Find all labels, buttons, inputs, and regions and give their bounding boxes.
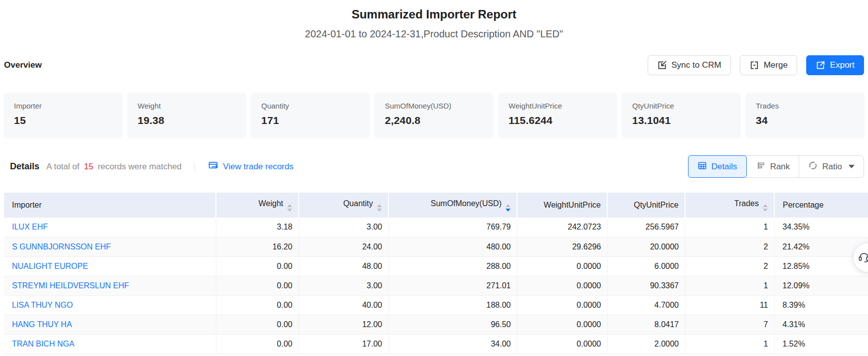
stat-card-weight: Weight 19.38 [127,93,246,138]
stat-value: 19.38 [138,115,236,126]
sync-to-crm-label: Sync to CRM [672,60,721,70]
cell-qtyunitprice: 8.0417 [607,315,685,334]
stat-value: 115.6244 [509,115,607,126]
table-row: ILUX EHF 3.18 3.00 769.79 242.0723 256.5… [4,218,868,237]
cell-trades: 1 [685,276,774,295]
cell-qtyunitprice: 6.0000 [607,256,685,276]
cell-sumofmoney: 480.00 [388,237,517,256]
col-header-sumofmoney[interactable]: SumOfMoney(USD) [388,193,517,218]
cell-weightunitprice: 0.0000 [517,334,607,354]
stat-label: Trades [756,102,854,110]
cell-sumofmoney: 96.50 [388,315,517,334]
stat-label: Weight [138,102,236,110]
stat-card-weightunitprice: WeightUnitPrice 115.6244 [498,93,617,138]
details-row: Details A total of 15 records were match… [4,155,864,178]
sort-icon-active-desc[interactable] [506,204,511,212]
table-row: S GUNNBJORNSSON EHF 16.20 24.00 480.00 2… [4,237,868,256]
importer-link[interactable]: ILUX EHF [12,223,48,231]
cell-quantity: 3.00 [299,276,388,295]
cell-weight: 3.18 [216,218,299,237]
cell-percentage: 34.35% [774,218,868,237]
rank-icon [756,161,766,173]
details-summary: Details A total of 15 records were match… [4,160,294,173]
cell-quantity: 24.00 [299,237,388,256]
table-row: LISA THUY NGO 0.00 40.00 188.00 0.0000 4… [4,295,868,315]
cell-qtyunitprice: 20.0000 [607,237,685,256]
action-buttons: Sync to CRM Merge Export [648,55,864,75]
cell-weightunitprice: 0.0000 [517,315,607,334]
stat-card-quantity: Quantity 171 [251,93,370,138]
cell-weight: 16.20 [216,237,299,256]
cell-qtyunitprice: 2.0000 [607,334,685,354]
sort-icon[interactable] [763,204,768,212]
merge-button[interactable]: Merge [740,55,797,75]
col-header-qtyunitprice: QtyUnitPrice [607,193,685,218]
cell-percentage: 1.52% [774,334,868,354]
importer-link[interactable]: S GUNNBJORNSSON EHF [12,242,111,251]
stat-card-sumofmoney: SumOfMoney(USD) 2,240.8 [374,93,494,138]
cell-quantity: 3.00 [299,218,388,237]
tab-ratio[interactable]: Ratio [799,156,864,177]
importer-table: Importer Weight Quantity SumOfMoney(USD)… [4,193,868,354]
importer-link[interactable]: HANG THUY HA [12,320,72,329]
export-icon [816,60,826,70]
stat-label: WeightUnitPrice [509,102,607,110]
cell-weight: 0.00 [216,334,299,354]
vertical-divider [194,162,195,172]
view-trade-records-link[interactable]: View trade records [208,160,293,173]
merge-icon [749,60,759,70]
cell-weightunitprice: 0.0000 [517,276,607,295]
match-prefix: A total of [46,162,79,172]
importer-link[interactable]: NUALIGHT EUROPE [12,262,88,270]
cell-quantity: 17.00 [299,334,388,354]
cell-weight: 0.00 [216,256,299,276]
cell-quantity: 12.00 [299,315,388,334]
importer-link[interactable]: LISA THUY NGO [12,301,73,309]
sort-icon[interactable] [287,204,292,212]
table-grid-icon [697,161,707,173]
tab-details-label: Details [711,162,737,172]
sync-to-crm-button[interactable]: Sync to CRM [648,55,731,75]
stat-cards: Importer 15 Weight 19.38 Quantity 171 Su… [3,93,865,138]
cell-weightunitprice: 0.0000 [517,295,607,315]
importer-link[interactable]: TRAN BICH NGA [12,340,74,348]
cell-weight: 0.00 [216,295,299,315]
cell-sumofmoney: 271.01 [388,276,517,295]
cell-qtyunitprice: 90.3367 [607,276,685,295]
ratio-icon [808,161,818,173]
page-title: Summarized Importer Report [0,0,868,21]
cell-quantity: 48.00 [299,256,388,276]
col-header-trades[interactable]: Trades [685,193,774,218]
stat-value: 2,240.8 [385,115,483,126]
cell-weightunitprice: 0.0000 [517,256,607,276]
cell-quantity: 40.00 [299,295,388,315]
stat-value: 171 [261,115,359,126]
cell-qtyunitprice: 4.7000 [607,295,685,315]
tab-rank[interactable]: Rank [747,156,799,177]
tab-rank-label: Rank [770,162,790,172]
cell-trades: 1 [685,218,774,237]
details-heading: Details [10,161,39,172]
match-suffix: records were matched [98,162,181,172]
export-button[interactable]: Export [806,55,864,75]
col-header-weightunitprice: WeightUnitPrice [517,193,607,218]
cell-qtyunitprice: 256.5967 [607,218,685,237]
cell-weightunitprice: 29.6296 [517,237,607,256]
col-header-quantity[interactable]: Quantity [299,193,388,218]
stat-label: Importer [14,102,112,110]
cell-trades: 2 [685,256,774,276]
col-header-weight[interactable]: Weight [216,193,299,218]
tab-details[interactable]: Details [688,155,747,178]
cell-sumofmoney: 188.00 [388,295,517,315]
cell-weight: 0.00 [216,276,299,295]
cell-percentage: 4.31% [774,315,868,334]
stat-label: SumOfMoney(USD) [385,102,483,110]
overview-heading: Overview [4,60,42,70]
importer-link[interactable]: STREYMI HEILDVERSLUN EHF [12,281,129,290]
cell-trades: 2 [685,237,774,256]
table-row: NUALIGHT EUROPE 0.00 48.00 288.00 0.0000… [4,256,868,276]
cell-weightunitprice: 242.0723 [517,218,607,237]
sort-icon[interactable] [377,204,382,212]
stat-value: 34 [756,115,854,126]
cell-sumofmoney: 769.79 [388,218,517,237]
